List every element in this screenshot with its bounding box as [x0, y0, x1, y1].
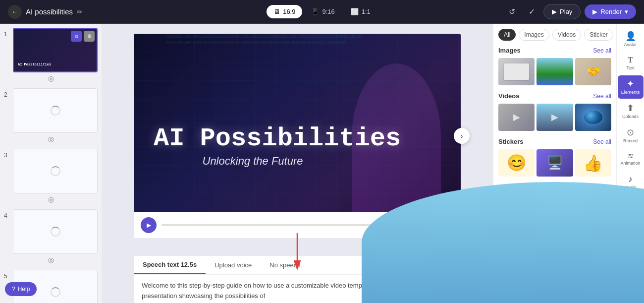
slide-1-timer-icon: ◎ [48, 74, 54, 82]
tab-text[interactable]: T Text [618, 52, 644, 74]
slides-panel: 1 AI Possibilities ⧉ 🗑 ◎ 2 [0, 24, 102, 303]
canvas-play-icon: ▶ [147, 222, 151, 229]
edit-title-icon[interactable]: ✏ [77, 8, 83, 16]
text-label: Text [626, 65, 635, 70]
tab-animation[interactable]: ≋ Animation [618, 148, 644, 170]
filter-videos[interactable]: Videos [552, 29, 581, 41]
format-16-9[interactable]: 🖥 🖥 16:9 16:9 [267, 5, 302, 18]
play-label: Play [560, 8, 572, 15]
stickers-title: Stickers [498, 138, 524, 145]
music-icon: ♪ [628, 175, 633, 183]
slide-thumbnail-4[interactable] [13, 209, 98, 254]
uploads-label: Uploads [622, 114, 639, 119]
format-1-1[interactable]: ⬜ 1:1 [344, 5, 377, 18]
square-icon: ⬜ [351, 8, 359, 15]
desktop-icon: 🖥 [273, 8, 280, 15]
image-thumb-office[interactable] [498, 58, 535, 85]
elements-label: Elements [621, 90, 640, 95]
slide-2-timer-icon: ◎ [48, 135, 54, 143]
topbar: ← AI possibilities ✏ 🖥 🖥 16:9 16:9 📱 9:1… [0, 0, 644, 24]
slide-item-3: 3 [4, 149, 98, 193]
images-title: Images [498, 47, 521, 54]
video-thumb-1[interactable]: ▶ [498, 104, 535, 131]
video-thumb-earth[interactable] [575, 104, 611, 131]
filter-images[interactable]: Images [519, 29, 549, 41]
avatar-icon: 👤 [625, 32, 636, 41]
record-label: Record [623, 138, 638, 143]
slide-number-5: 5 [4, 270, 10, 280]
slide-3-timer-icon: ◎ [48, 195, 54, 203]
slide-number-3: 3 [4, 149, 10, 159]
help-label: Help [18, 286, 30, 293]
render-play-icon: ▶ [592, 8, 597, 15]
videos-see-all[interactable]: See all [593, 93, 611, 100]
undo-icon: ↺ [509, 7, 515, 16]
speech-text-tab[interactable]: Speech text 12.5s [134, 256, 206, 274]
topbar-right: ↺ ✓ ▶ Play ▶ Render ▾ [383, 4, 636, 20]
filter-all[interactable]: All [498, 29, 516, 41]
right-content: All Images Videos Sticker ⋯ Images See a… [493, 24, 616, 303]
tab-avatar[interactable]: 👤 Avatar [618, 28, 644, 51]
play-icon: ▶ [552, 8, 557, 15]
help-button[interactable]: ? Help [5, 282, 37, 296]
back-icon: ← [12, 8, 18, 15]
stickers-see-all[interactable]: See all [593, 138, 611, 145]
slide-1-duplicate[interactable]: ⧉ [71, 31, 82, 42]
images-section-header: Images See all [498, 47, 611, 54]
videos-section-header: Videos See all [498, 92, 611, 100]
upload-voice-tab[interactable]: Upload voice [206, 256, 261, 274]
redo-button[interactable]: ✓ [524, 4, 539, 20]
help-icon: ? [12, 286, 15, 293]
canvas-play-button[interactable]: ▶ [141, 217, 157, 233]
elements-icon: ✦ [627, 79, 634, 88]
canvas-next-arrow[interactable]: › [454, 128, 470, 144]
slide-thumbnail-3[interactable] [13, 149, 98, 193]
sticker-computer[interactable]: 🖥️ [537, 149, 573, 177]
tab-elements[interactable]: ✦ Elements [618, 75, 644, 99]
project-title: AI possibilities [26, 7, 73, 16]
slide-thumbnail-1[interactable]: AI Possibilities ⧉ 🗑 [13, 28, 98, 72]
topbar-left: ← AI possibilities ✏ [8, 5, 261, 19]
back-button[interactable]: ← [8, 5, 22, 19]
play-button[interactable]: ▶ Play [543, 4, 581, 19]
tab-record[interactable]: ⊙ Record [618, 124, 644, 147]
right-panel: All Images Videos Sticker ⋯ Images See a… [493, 24, 644, 303]
format-9-16[interactable]: 📱 9:16 [304, 5, 341, 18]
format-selector: 🖥 🖥 16:9 16:9 📱 9:16 ⬜ 1:1 [267, 5, 377, 18]
slide-number-1: 1 [4, 28, 10, 38]
slide-number-2: 2 [4, 88, 10, 98]
redo-icon: ✓ [529, 7, 535, 16]
slide-1-delete[interactable]: 🗑 [84, 31, 95, 42]
slide-item-1: 1 AI Possibilities ⧉ 🗑 [4, 28, 98, 72]
canvas-main-title: AI Possibilities [154, 124, 401, 153]
animation-icon: ≋ [628, 152, 634, 159]
filter-stickers[interactable]: Sticker [584, 29, 613, 41]
canvas-subtitle: Unlocking the Future [154, 155, 352, 168]
tab-uploads[interactable]: ⬆ Uploads [618, 100, 644, 123]
render-dropdown-icon: ▾ [625, 8, 628, 15]
render-label: Render [600, 8, 622, 15]
slide-item-2: 2 [4, 88, 98, 133]
videos-grid: ▶ ▶ [498, 104, 611, 131]
slide-item-4: 4 [4, 209, 98, 254]
video-thumb-2[interactable]: ▶ [537, 104, 573, 131]
canvas-slide[interactable]: 0101101001001101001011010010110100101101… [134, 34, 461, 212]
avatar-label: Avatar [624, 42, 637, 47]
animation-label: Animation [620, 161, 640, 166]
undo-button[interactable]: ↺ [504, 4, 520, 20]
slide-1-actions: ⧉ 🗑 [71, 31, 95, 42]
slide-4-timer-icon: ◎ [48, 256, 54, 264]
images-see-all[interactable]: See all [593, 47, 611, 54]
videos-title: Videos [498, 92, 519, 100]
sticker-thumbsup[interactable]: 👍 [575, 149, 611, 177]
image-thumb-mountain[interactable] [537, 58, 573, 85]
slide-number-4: 4 [4, 209, 10, 219]
sticker-happy[interactable]: 😊 [498, 149, 535, 177]
slide-thumbnail-2[interactable] [13, 88, 98, 133]
text-icon: T [628, 56, 633, 64]
render-button[interactable]: ▶ Render ▾ [585, 4, 636, 19]
uploads-icon: ⬆ [627, 104, 634, 113]
stickers-section-header: Stickers See all [498, 138, 611, 145]
image-thumb-handshake[interactable]: 🤝 [575, 58, 611, 85]
images-grid: 🤝 [498, 58, 611, 85]
